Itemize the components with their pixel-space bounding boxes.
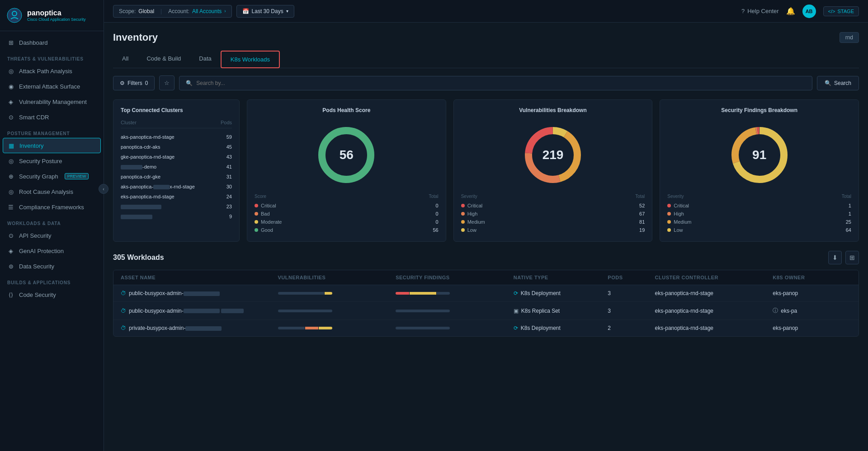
pods-health-donut: 56: [315, 123, 378, 187]
cluster-table-header: Cluster Pods: [121, 120, 232, 128]
help-center-button[interactable]: ? Help Center: [741, 8, 779, 14]
sidebar-item-data-security[interactable]: ⊚ Data Security: [0, 258, 104, 274]
avatar[interactable]: AB: [802, 5, 816, 18]
topbar: Scope: Global | Account: All Accounts › …: [104, 0, 868, 23]
sidebar-item-security-posture[interactable]: ◎ Security Posture: [0, 153, 104, 169]
vuln-cell: [278, 292, 396, 295]
workloads-actions: ⬇ ⊞: [828, 251, 859, 264]
legend-row-critical: Critical 52: [461, 202, 645, 210]
external-attack-icon: ◉: [7, 83, 14, 90]
sidebar-item-label: Data Security: [19, 263, 54, 270]
favorites-button[interactable]: ☆: [159, 75, 175, 90]
account-chevron: ›: [224, 9, 226, 14]
columns-button[interactable]: ⊞: [845, 251, 859, 264]
sidebar-item-smart-cdr[interactable]: ⊙ Smart CDR: [0, 109, 104, 125]
cluster-cell: eks-panoptica-rnd-stage: [655, 290, 773, 296]
vuln-cell: [278, 327, 396, 329]
page-title: Inventory: [113, 32, 158, 43]
attack-path-icon: ◎: [7, 67, 14, 75]
asset-name-cell: ⏱ public-busypox-admin-: [121, 290, 278, 296]
table-row: aks-panoptica-x-rnd-stage 30: [121, 182, 232, 192]
sidebar-item-external-attack[interactable]: ◉ External Attack Surface: [0, 79, 104, 94]
col-k8s-owner: K8s Owner: [773, 275, 851, 280]
sidebar-item-root-cause[interactable]: ◎ Root Cause Analysis: [0, 184, 104, 199]
table-row: eks-panoptica-rnd-stage 24: [121, 192, 232, 202]
download-button[interactable]: ⬇: [828, 251, 842, 264]
asset-name-cell: ⏱ private-busypox-admin-: [121, 325, 278, 331]
info-icon: ⓘ: [773, 307, 778, 315]
notification-icon[interactable]: 🔔: [786, 7, 795, 15]
k8s-icon: ⟳: [514, 325, 518, 331]
scope-value: Global: [138, 8, 154, 14]
asset-name: public-busypox-admin-: [129, 290, 220, 296]
sf-cell: [396, 310, 514, 312]
legend-row-medium: Medium 25: [667, 218, 851, 226]
total-col: Total: [635, 194, 645, 199]
sidebar-item-vulnerability[interactable]: ◈ Vulnerability Management: [0, 94, 104, 109]
tab-code-build[interactable]: Code & Build: [137, 51, 190, 68]
logo-icon: [6, 7, 23, 23]
col-pods: Pods: [608, 275, 655, 280]
sidebar-item-label: GenAI Protection: [19, 248, 64, 254]
vuln-breakdown-title: Vulnerabilities Breakdown: [519, 107, 587, 113]
workloads-header: 305 Workloads ⬇ ⊞: [113, 251, 859, 264]
search-prefix-icon: 🔍: [186, 80, 193, 86]
app-name: panoptica: [27, 9, 86, 17]
sidebar-item-inventory[interactable]: ▦ Inventory: [3, 138, 101, 153]
sidebar-item-compliance[interactable]: ☰ Compliance Frameworks: [0, 199, 104, 215]
sidebar-toggle[interactable]: ‹: [99, 184, 108, 194]
cluster-table: Cluster Pods aks-panoptica-rnd-stage 59 …: [121, 120, 232, 221]
star-icon: ☆: [164, 80, 170, 86]
scope-selector[interactable]: Scope: Global | Account: All Accounts ›: [113, 5, 232, 18]
compliance-icon: ☰: [7, 203, 14, 211]
table-row: 23: [121, 202, 232, 211]
content-area: Inventory rnd All Code & Build Data K8s …: [104, 23, 868, 451]
app-logo: panoptica Cisco Cloud Application Securi…: [0, 0, 104, 31]
stage-badge[interactable]: </> STAGE: [823, 6, 859, 16]
native-type-cell: ⟳ K8s Deployment: [514, 325, 608, 331]
vuln-score: 219: [542, 148, 564, 162]
filter-icon: ⚙: [120, 80, 125, 86]
genai-icon: ◈: [7, 247, 14, 254]
sidebar-item-label: Security Posture: [19, 158, 62, 164]
legend-row-good: Good 56: [255, 226, 439, 234]
tab-data[interactable]: Data: [190, 51, 220, 68]
pods-health-legend: Score Total Critical 0 Bad 0 Moderate 0: [255, 194, 439, 234]
workload-icon: ⏱: [121, 290, 126, 296]
sidebar-item-label: Security Graph: [19, 173, 58, 180]
tab-all[interactable]: All: [113, 51, 137, 68]
search-button[interactable]: 🔍 Search: [817, 76, 859, 90]
date-filter[interactable]: 📅 Last 30 Days ▾: [236, 5, 294, 18]
sidebar-item-genai[interactable]: ◈ GenAI Protection: [0, 243, 104, 258]
col-native-type: Native Type: [514, 275, 608, 280]
table-row: ⏱ public-busypox-admin-: [113, 285, 859, 302]
account-value[interactable]: All Accounts: [192, 8, 222, 14]
tab-k8s-workloads[interactable]: K8s Workloads: [221, 51, 280, 68]
sidebar-item-api-security[interactable]: ⊙ API Security: [0, 228, 104, 243]
filters-button[interactable]: ⚙ Filters 0: [113, 76, 155, 90]
sidebar-item-dashboard[interactable]: ⊞ Dashboard: [0, 35, 104, 50]
sidebar-item-attack-path[interactable]: ◎ Attack Path Analysis: [0, 63, 104, 79]
security-findings-score: 91: [752, 148, 766, 162]
top-clusters-title: Top Connected Clusters: [121, 107, 232, 113]
scope-label: Scope:: [119, 8, 136, 14]
pods-cell: 3: [608, 308, 655, 314]
table-row: -demo 41: [121, 162, 232, 172]
sidebar-item-code-security[interactable]: ⟨⟩ Code Security: [0, 287, 104, 302]
legend-row-high: High 67: [461, 210, 645, 218]
help-icon: ?: [741, 8, 745, 14]
code-icon: </>: [828, 9, 835, 14]
search-input[interactable]: [196, 80, 806, 86]
calendar-icon: 📅: [242, 8, 249, 14]
dashboard-icon: ⊞: [7, 39, 14, 46]
sidebar-item-security-graph[interactable]: ⊕ Security Graph PREVIEW: [0, 169, 104, 184]
table-header: Asset Name Vulnerabilities Security Find…: [113, 270, 859, 285]
security-findings-title: Security Findings Breakdown: [721, 107, 797, 113]
pods-col-header: Pods: [221, 120, 232, 125]
sf-cell: [396, 292, 514, 295]
pods-cell: 2: [608, 325, 655, 331]
sidebar-item-label: Root Cause Analysis: [19, 188, 73, 195]
sidebar-item-label: Inventory: [19, 142, 43, 149]
table-row: aks-panoptica-rnd-stage 59: [121, 132, 232, 142]
severity-col: Severity: [667, 194, 684, 199]
